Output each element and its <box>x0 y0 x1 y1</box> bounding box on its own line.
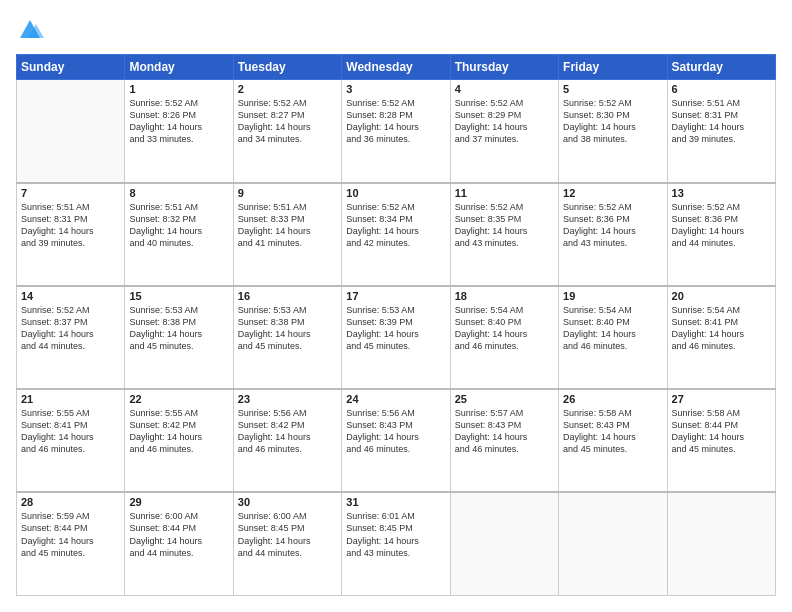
col-header-sunday: Sunday <box>17 55 125 80</box>
day-number: 21 <box>21 393 120 405</box>
day-number: 26 <box>563 393 662 405</box>
day-info: Sunrise: 6:00 AM Sunset: 8:45 PM Dayligh… <box>238 510 337 559</box>
col-header-saturday: Saturday <box>667 55 775 80</box>
day-number: 18 <box>455 290 554 302</box>
day-info: Sunrise: 5:55 AM Sunset: 8:42 PM Dayligh… <box>129 407 228 456</box>
day-info: Sunrise: 5:51 AM Sunset: 8:31 PM Dayligh… <box>21 201 120 250</box>
calendar-cell: 6 Sunrise: 5:51 AM Sunset: 8:31 PM Dayli… <box>667 80 775 183</box>
day-number: 10 <box>346 187 445 199</box>
day-number: 24 <box>346 393 445 405</box>
day-info: Sunrise: 5:52 AM Sunset: 8:35 PM Dayligh… <box>455 201 554 250</box>
calendar-cell: 17 Sunrise: 5:53 AM Sunset: 8:39 PM Dayl… <box>342 286 450 389</box>
day-info: Sunrise: 5:52 AM Sunset: 8:37 PM Dayligh… <box>21 304 120 353</box>
calendar-cell: 29 Sunrise: 6:00 AM Sunset: 8:44 PM Dayl… <box>125 492 233 595</box>
calendar-cell: 26 Sunrise: 5:58 AM Sunset: 8:43 PM Dayl… <box>559 389 667 492</box>
col-header-wednesday: Wednesday <box>342 55 450 80</box>
calendar-cell: 30 Sunrise: 6:00 AM Sunset: 8:45 PM Dayl… <box>233 492 341 595</box>
calendar-week-4: 21 Sunrise: 5:55 AM Sunset: 8:41 PM Dayl… <box>17 389 776 492</box>
day-number: 22 <box>129 393 228 405</box>
page: SundayMondayTuesdayWednesdayThursdayFrid… <box>0 0 792 612</box>
day-number: 4 <box>455 83 554 95</box>
day-number: 8 <box>129 187 228 199</box>
col-header-tuesday: Tuesday <box>233 55 341 80</box>
day-number: 3 <box>346 83 445 95</box>
calendar-cell: 16 Sunrise: 5:53 AM Sunset: 8:38 PM Dayl… <box>233 286 341 389</box>
calendar-cell: 10 Sunrise: 5:52 AM Sunset: 8:34 PM Dayl… <box>342 183 450 286</box>
calendar-cell <box>559 492 667 595</box>
calendar-table: SundayMondayTuesdayWednesdayThursdayFrid… <box>16 54 776 596</box>
day-number: 5 <box>563 83 662 95</box>
calendar-cell: 8 Sunrise: 5:51 AM Sunset: 8:32 PM Dayli… <box>125 183 233 286</box>
calendar-cell: 31 Sunrise: 6:01 AM Sunset: 8:45 PM Dayl… <box>342 492 450 595</box>
day-info: Sunrise: 5:57 AM Sunset: 8:43 PM Dayligh… <box>455 407 554 456</box>
day-number: 31 <box>346 496 445 508</box>
day-info: Sunrise: 5:56 AM Sunset: 8:42 PM Dayligh… <box>238 407 337 456</box>
day-info: Sunrise: 5:53 AM Sunset: 8:38 PM Dayligh… <box>238 304 337 353</box>
calendar-week-2: 7 Sunrise: 5:51 AM Sunset: 8:31 PM Dayli… <box>17 183 776 286</box>
calendar-week-1: 1 Sunrise: 5:52 AM Sunset: 8:26 PM Dayli… <box>17 80 776 183</box>
day-number: 6 <box>672 83 771 95</box>
day-info: Sunrise: 5:54 AM Sunset: 8:41 PM Dayligh… <box>672 304 771 353</box>
calendar-cell: 9 Sunrise: 5:51 AM Sunset: 8:33 PM Dayli… <box>233 183 341 286</box>
day-number: 20 <box>672 290 771 302</box>
calendar-cell: 5 Sunrise: 5:52 AM Sunset: 8:30 PM Dayli… <box>559 80 667 183</box>
calendar-cell: 20 Sunrise: 5:54 AM Sunset: 8:41 PM Dayl… <box>667 286 775 389</box>
calendar-cell: 11 Sunrise: 5:52 AM Sunset: 8:35 PM Dayl… <box>450 183 558 286</box>
day-number: 25 <box>455 393 554 405</box>
day-number: 23 <box>238 393 337 405</box>
calendar-cell: 25 Sunrise: 5:57 AM Sunset: 8:43 PM Dayl… <box>450 389 558 492</box>
col-header-thursday: Thursday <box>450 55 558 80</box>
calendar-header-row: SundayMondayTuesdayWednesdayThursdayFrid… <box>17 55 776 80</box>
day-number: 12 <box>563 187 662 199</box>
day-number: 15 <box>129 290 228 302</box>
calendar-cell: 22 Sunrise: 5:55 AM Sunset: 8:42 PM Dayl… <box>125 389 233 492</box>
logo-icon <box>16 16 44 44</box>
col-header-friday: Friday <box>559 55 667 80</box>
calendar-cell: 19 Sunrise: 5:54 AM Sunset: 8:40 PM Dayl… <box>559 286 667 389</box>
day-info: Sunrise: 5:52 AM Sunset: 8:26 PM Dayligh… <box>129 97 228 146</box>
calendar-cell: 18 Sunrise: 5:54 AM Sunset: 8:40 PM Dayl… <box>450 286 558 389</box>
calendar-week-3: 14 Sunrise: 5:52 AM Sunset: 8:37 PM Dayl… <box>17 286 776 389</box>
day-info: Sunrise: 5:52 AM Sunset: 8:29 PM Dayligh… <box>455 97 554 146</box>
day-info: Sunrise: 5:51 AM Sunset: 8:32 PM Dayligh… <box>129 201 228 250</box>
day-number: 9 <box>238 187 337 199</box>
calendar-week-5: 28 Sunrise: 5:59 AM Sunset: 8:44 PM Dayl… <box>17 492 776 595</box>
day-info: Sunrise: 5:56 AM Sunset: 8:43 PM Dayligh… <box>346 407 445 456</box>
calendar-cell <box>667 492 775 595</box>
day-info: Sunrise: 5:52 AM Sunset: 8:27 PM Dayligh… <box>238 97 337 146</box>
day-info: Sunrise: 5:58 AM Sunset: 8:43 PM Dayligh… <box>563 407 662 456</box>
calendar-cell: 28 Sunrise: 5:59 AM Sunset: 8:44 PM Dayl… <box>17 492 125 595</box>
day-number: 16 <box>238 290 337 302</box>
day-info: Sunrise: 5:52 AM Sunset: 8:36 PM Dayligh… <box>563 201 662 250</box>
calendar-cell: 15 Sunrise: 5:53 AM Sunset: 8:38 PM Dayl… <box>125 286 233 389</box>
calendar-cell: 2 Sunrise: 5:52 AM Sunset: 8:27 PM Dayli… <box>233 80 341 183</box>
day-info: Sunrise: 5:59 AM Sunset: 8:44 PM Dayligh… <box>21 510 120 559</box>
calendar-cell: 14 Sunrise: 5:52 AM Sunset: 8:37 PM Dayl… <box>17 286 125 389</box>
day-number: 11 <box>455 187 554 199</box>
day-number: 27 <box>672 393 771 405</box>
day-info: Sunrise: 5:52 AM Sunset: 8:36 PM Dayligh… <box>672 201 771 250</box>
day-number: 19 <box>563 290 662 302</box>
day-number: 13 <box>672 187 771 199</box>
calendar-cell: 27 Sunrise: 5:58 AM Sunset: 8:44 PM Dayl… <box>667 389 775 492</box>
calendar-cell: 21 Sunrise: 5:55 AM Sunset: 8:41 PM Dayl… <box>17 389 125 492</box>
day-info: Sunrise: 5:55 AM Sunset: 8:41 PM Dayligh… <box>21 407 120 456</box>
col-header-monday: Monday <box>125 55 233 80</box>
day-info: Sunrise: 5:51 AM Sunset: 8:31 PM Dayligh… <box>672 97 771 146</box>
calendar-cell: 4 Sunrise: 5:52 AM Sunset: 8:29 PM Dayli… <box>450 80 558 183</box>
day-info: Sunrise: 5:51 AM Sunset: 8:33 PM Dayligh… <box>238 201 337 250</box>
calendar-cell: 12 Sunrise: 5:52 AM Sunset: 8:36 PM Dayl… <box>559 183 667 286</box>
calendar-cell: 24 Sunrise: 5:56 AM Sunset: 8:43 PM Dayl… <box>342 389 450 492</box>
day-info: Sunrise: 5:52 AM Sunset: 8:30 PM Dayligh… <box>563 97 662 146</box>
header <box>16 16 776 44</box>
day-info: Sunrise: 5:52 AM Sunset: 8:28 PM Dayligh… <box>346 97 445 146</box>
day-info: Sunrise: 5:58 AM Sunset: 8:44 PM Dayligh… <box>672 407 771 456</box>
calendar-cell: 3 Sunrise: 5:52 AM Sunset: 8:28 PM Dayli… <box>342 80 450 183</box>
calendar-cell: 7 Sunrise: 5:51 AM Sunset: 8:31 PM Dayli… <box>17 183 125 286</box>
calendar-cell <box>450 492 558 595</box>
day-number: 17 <box>346 290 445 302</box>
day-number: 2 <box>238 83 337 95</box>
day-number: 30 <box>238 496 337 508</box>
calendar-cell: 23 Sunrise: 5:56 AM Sunset: 8:42 PM Dayl… <box>233 389 341 492</box>
day-info: Sunrise: 5:52 AM Sunset: 8:34 PM Dayligh… <box>346 201 445 250</box>
